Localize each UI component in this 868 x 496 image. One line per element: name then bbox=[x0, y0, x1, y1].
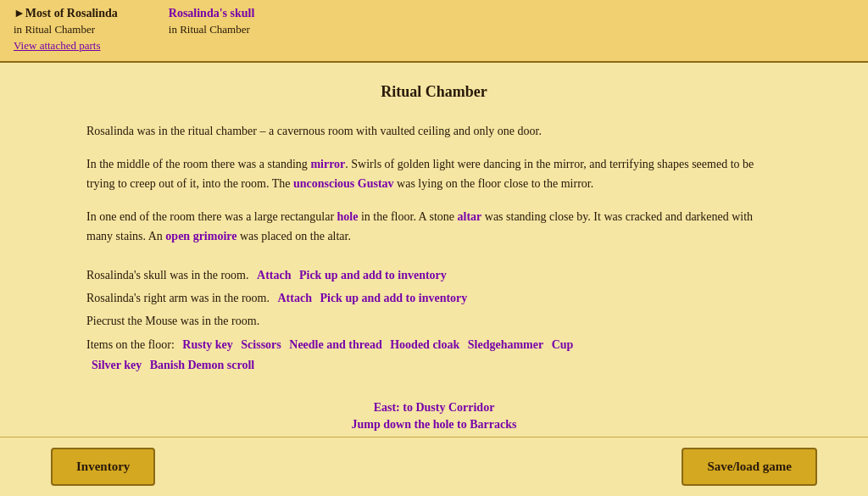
altar-link[interactable]: altar bbox=[458, 210, 482, 223]
save-load-button[interactable]: Save/load game bbox=[682, 448, 817, 486]
room-title: Ritual Chamber bbox=[86, 83, 782, 101]
hooded-cloak-link[interactable]: Hooded cloak bbox=[390, 338, 459, 351]
unconscious-gustav-link[interactable]: unconscious Gustav bbox=[293, 177, 394, 190]
skull-pickup-link[interactable]: Pick up and add to inventory bbox=[299, 269, 447, 281]
narrative-para-2: In the middle of the room there was a st… bbox=[86, 154, 782, 193]
bottom-bar: Inventory Save/load game bbox=[0, 437, 868, 496]
top-navigation: ►Most of Rosalinda in Ritual Chamber Vie… bbox=[0, 0, 868, 63]
current-player-location: in Ritual Chamber bbox=[14, 23, 118, 36]
right-arm-object-line: Rosalinda's right arm was in the room. A… bbox=[86, 289, 782, 307]
floor-items-line: Items on the floor: Rusty key Scissors N… bbox=[86, 335, 782, 376]
skull-nav-link[interactable]: Rosalinda's skull bbox=[169, 7, 255, 20]
skull-attach-link[interactable]: Attach bbox=[257, 269, 291, 281]
skull-line-text: Rosalinda's skull was in the room. bbox=[86, 269, 249, 281]
current-player-nav: ►Most of Rosalinda in Ritual Chamber Vie… bbox=[14, 7, 118, 53]
mouse-line-text: Piecrust the Mouse was in the room. bbox=[86, 315, 259, 327]
banish-demon-scroll-link[interactable]: Banish Demon scroll bbox=[150, 359, 254, 371]
mouse-object-line: Piecrust the Mouse was in the room. bbox=[86, 312, 782, 330]
skull-nav: Rosalinda's skull in Ritual Chamber bbox=[169, 7, 255, 53]
skull-object-line: Rosalinda's skull was in the room. Attac… bbox=[86, 266, 782, 284]
right-arm-pickup-link[interactable]: Pick up and add to inventory bbox=[320, 292, 467, 304]
narrative-para-3: In one end of the room there was a large… bbox=[86, 207, 782, 246]
east-link[interactable]: East: to Dusty Corridor bbox=[86, 401, 782, 415]
view-attached-parts-link[interactable]: View attached parts bbox=[14, 39, 118, 53]
down-link[interactable]: Jump down the hole to Barracks bbox=[86, 418, 782, 432]
floor-label: Items on the floor: bbox=[86, 338, 175, 351]
main-content: Ritual Chamber Rosalinda was in the ritu… bbox=[53, 63, 815, 465]
navigation-links: East: to Dusty Corridor Jump down the ho… bbox=[86, 401, 782, 432]
open-grimoire-link[interactable]: open grimoire bbox=[165, 230, 236, 242]
scissors-link[interactable]: Scissors bbox=[241, 338, 281, 351]
silver-key-link[interactable]: Silver key bbox=[92, 359, 142, 371]
rusty-key-link[interactable]: Rusty key bbox=[182, 338, 233, 351]
right-arm-line-text: Rosalinda's right arm was in the room. bbox=[86, 292, 270, 304]
inventory-button[interactable]: Inventory bbox=[51, 448, 155, 486]
mirror-link[interactable]: mirror bbox=[310, 158, 345, 170]
objects-section: Rosalinda's skull was in the room. Attac… bbox=[86, 266, 782, 376]
right-arm-attach-link[interactable]: Attach bbox=[278, 292, 312, 304]
needle-thread-link[interactable]: Needle and thread bbox=[289, 338, 381, 351]
skull-location: in Ritual Chamber bbox=[169, 23, 255, 36]
cup-link[interactable]: Cup bbox=[552, 338, 574, 351]
current-player-label: ►Most of Rosalinda bbox=[14, 7, 118, 20]
narrative-para-1: Rosalinda was in the ritual chamber – a … bbox=[86, 121, 782, 141]
hole-link[interactable]: hole bbox=[337, 210, 359, 223]
sledgehammer-link[interactable]: Sledgehammer bbox=[468, 338, 543, 351]
